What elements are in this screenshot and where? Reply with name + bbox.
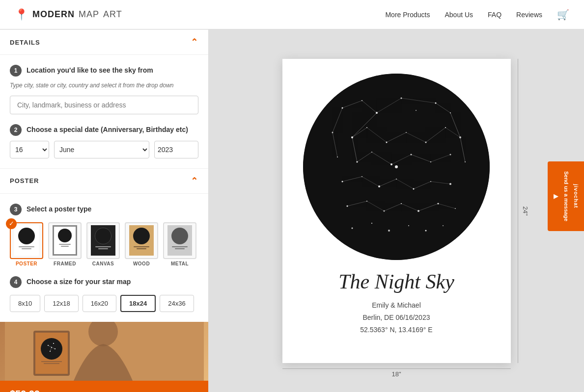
year-input[interactable] <box>154 141 198 158</box>
logo-pin-icon: 📍 <box>15 8 28 21</box>
step3-row: 3 Select a poster type <box>10 204 198 215</box>
poster-type-label-metal: METAL <box>171 261 189 266</box>
step3-label: Select a poster type <box>27 204 91 213</box>
cart-icon[interactable]: 🛒 <box>557 9 569 21</box>
send-message-label: Send us a message <box>563 171 569 221</box>
nav-about-us[interactable]: About Us <box>445 11 473 19</box>
logo-map: MAP <box>79 9 99 20</box>
logo-art: ART <box>103 9 122 20</box>
mini-poster-metal <box>167 225 192 256</box>
left-panel: DETAILS ⌃ 1 Location you'd like to see t… <box>0 29 209 392</box>
mini-line2 <box>22 248 31 249</box>
nav-more-products[interactable]: More Products <box>385 11 430 19</box>
size-24x36[interactable]: 24x36 <box>160 295 194 312</box>
poster-chevron-icon: ⌃ <box>191 176 198 186</box>
mini-poster-canvas <box>91 225 115 256</box>
nav-faq[interactable]: FAQ <box>488 11 501 19</box>
poster-coordinates: 52.5363° N, 13.4169° E <box>360 324 432 336</box>
mini-line-canvas2 <box>98 248 108 249</box>
mini-poster-poster <box>14 225 39 256</box>
size-18x24[interactable]: 18x24 <box>120 295 156 312</box>
mini-line-framed1 <box>59 244 71 245</box>
svg-rect-12 <box>41 361 62 362</box>
mini-circle-metal <box>171 228 188 244</box>
poster-type-label-wood: WOOD <box>133 261 150 266</box>
dim-line-right <box>518 59 518 363</box>
right-preview: The Night Sky Emily & Michael Berlin, DE… <box>209 29 584 392</box>
dim-line-bottom <box>282 368 511 369</box>
svg-point-52 <box>352 227 353 229</box>
svg-point-19 <box>416 110 417 111</box>
details-chevron-icon: ⌃ <box>191 37 198 48</box>
main-layout: DETAILS ⌃ 1 Location you'd like to see t… <box>0 29 584 392</box>
svg-point-56 <box>425 230 427 231</box>
poster-type-label-framed: FRAMED <box>54 261 76 266</box>
poster-section-content: 3 Select a poster type ✓ <box>0 194 208 322</box>
month-select[interactable]: June <box>54 141 149 158</box>
dimension-width-label: 18" <box>391 370 401 378</box>
poster-type-wood[interactable]: WOOD <box>125 222 158 266</box>
size-8x10[interactable]: 8x10 <box>10 295 40 312</box>
step4-label: Choose a size for your star map <box>27 276 131 286</box>
nav-reviews[interactable]: Reviews <box>516 11 542 19</box>
poster-type-framed[interactable]: FRAMED <box>48 222 82 266</box>
poster-type-metal[interactable]: METAL <box>163 222 196 266</box>
mini-circle-poster <box>18 228 35 244</box>
photo-strip <box>0 322 208 381</box>
jivochat-tab[interactable]: jivochat Send us a message ▶ <box>548 161 584 231</box>
svg-point-55 <box>408 225 409 226</box>
poster-selected-check: ✓ <box>6 218 17 229</box>
mini-lines-framed <box>54 244 76 247</box>
star-map-circle <box>303 74 490 260</box>
svg-point-54 <box>388 230 390 232</box>
photo-strip-svg <box>5 322 204 381</box>
mini-line-metal1 <box>172 246 188 247</box>
step3-circle: 3 <box>10 204 22 215</box>
poster-preview-title: The Night Sky <box>338 270 454 293</box>
details-section-content: 1 Location you'd like to see the sky fro… <box>0 55 208 168</box>
footer-price: $59.99 <box>10 389 40 392</box>
poster-name: Emily & Michael <box>360 299 432 312</box>
mini-line-wood1 <box>134 246 149 247</box>
poster-preview: The Night Sky Emily & Michael Berlin, DE… <box>282 59 511 363</box>
size-12x18[interactable]: 12x18 <box>44 295 78 312</box>
dimension-height-label: 24" <box>522 206 529 215</box>
location-input[interactable] <box>10 96 198 114</box>
step1-circle: 1 <box>10 65 22 77</box>
mini-lines-poster <box>14 246 39 249</box>
mini-line-canvas1 <box>95 246 111 247</box>
step2-label: Choose a special date (Anniversary, Birt… <box>27 124 188 133</box>
add-to-cart-button[interactable]: ADD TO CART ➤ <box>132 390 198 392</box>
mini-line-metal2 <box>175 248 185 249</box>
poster-type-poster[interactable]: ✓ POSTER <box>10 222 43 266</box>
svg-point-8 <box>53 343 54 344</box>
svg-point-3 <box>41 338 62 360</box>
svg-point-92 <box>395 165 398 168</box>
mini-poster-framed <box>53 225 77 256</box>
step2-row: 2 Choose a special date (Anniversary, Bi… <box>10 124 198 136</box>
step4-circle: 4 <box>10 276 22 288</box>
logo-modern: MODERN <box>32 9 75 20</box>
constellation-svg <box>303 74 490 260</box>
day-select[interactable]: 16 <box>10 141 49 158</box>
step4-row: 4 Choose a size for your star map <box>10 276 198 288</box>
poster-type-canvas[interactable]: CANVAS <box>86 222 120 266</box>
poster-img-canvas <box>86 222 120 259</box>
poster-preview-container: The Night Sky Emily & Michael Berlin, DE… <box>282 59 511 363</box>
mini-line-wood2 <box>137 248 146 249</box>
mini-circle-canvas <box>95 228 111 244</box>
poster-title: POSTER <box>10 177 39 184</box>
size-16x20[interactable]: 16x20 <box>83 295 116 312</box>
details-section-header[interactable]: DETAILS ⌃ <box>0 29 208 55</box>
poster-types: ✓ POSTER <box>10 222 198 266</box>
mini-lines-canvas <box>91 246 115 249</box>
add-to-cart-arrow-icon: ➤ <box>192 390 198 392</box>
poster-section-header[interactable]: POSTER ⌃ <box>0 168 208 194</box>
mini-poster-wood <box>129 225 154 256</box>
poster-preview-subtitle: Emily & Michael Berlin, DE 06/16/2023 52… <box>360 299 432 337</box>
mini-line-framed2 <box>61 246 69 247</box>
logo: 📍 MODERN MAP ART <box>15 8 122 21</box>
step1-label: Location you'd like to see the sky from <box>27 65 153 74</box>
mini-lines-wood <box>129 246 154 249</box>
main-nav: More Products About Us FAQ Reviews 🛒 <box>385 9 569 21</box>
